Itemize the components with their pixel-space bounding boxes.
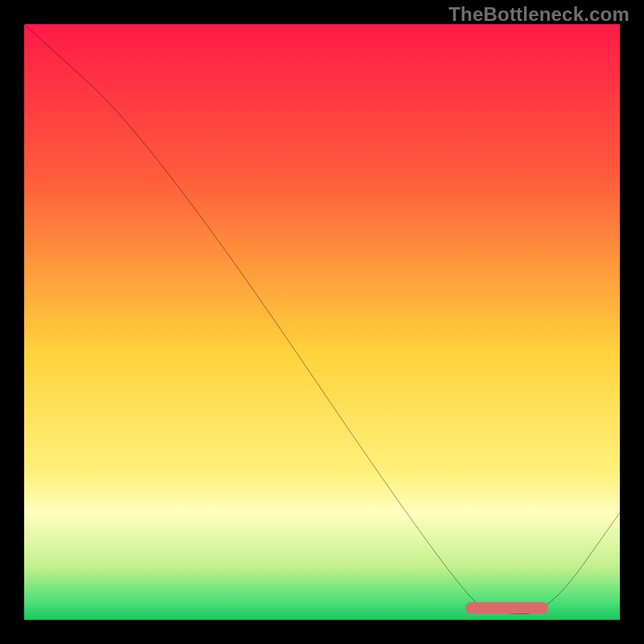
watermark-text: TheBottleneck.com (448, 3, 630, 26)
plot-area (24, 24, 620, 620)
bottleneck-curve (24, 24, 620, 620)
chart-frame: TheBottleneck.com (0, 0, 644, 644)
optimum-range-marker (465, 602, 549, 613)
